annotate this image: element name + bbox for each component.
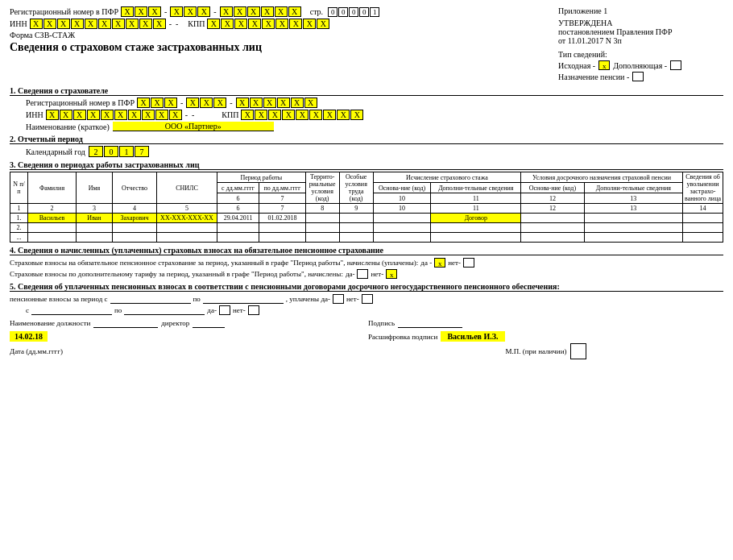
section4-title: 4. Сведения о начисленных (уплаченных) с… [10,246,723,255]
pril-label: Приложение 1 [558,6,723,15]
section3-table: N п/п Фамилия Имя Отчество СНИЛС Период … [10,172,723,243]
s4-net-checkbox[interactable] [463,258,474,268]
row3-isch-dop [431,233,521,243]
s5-period-po-input[interactable] [203,294,284,304]
s4-net-label: нет- [448,259,461,267]
table-row: 1. Васильев Иван Захарович ХХ-ХХХ-ХХХ-ХХ… [10,214,723,223]
row2-isch-dop [431,223,521,233]
row3-period-po [259,233,306,243]
s5-net-checkbox[interactable] [362,294,373,304]
s5-row1-upl: , уплачены да- [286,295,330,303]
s4-row2-text: Страховые взносы по дополнительному тари… [10,270,343,278]
col-num-13: 13 [584,193,682,204]
stg-label: стр. [310,7,323,16]
row3-im [77,233,113,243]
dopoln-label: Дополняющая - [613,61,667,70]
row1-sv [683,214,723,223]
section5-title: 5. Сведения об уплаченных пенсионных взн… [10,282,723,292]
row3-otch [113,233,157,243]
s5-row2-net: нет- [233,306,246,314]
th-uslov: Особые условия труда (код) [339,172,373,204]
utv2: постановлением Правления ПФР [558,27,723,36]
s5-row2-net-checkbox[interactable] [248,305,259,315]
section2-title: 2. Отчетный период [10,135,723,144]
col-num-11: 11 [431,193,521,204]
mp-label: М.П. (при наличии) [506,347,567,355]
naim-dolzh-input[interactable] [93,318,158,328]
row2-snils [157,223,217,233]
row2-usl-osnov [521,223,585,233]
section3-title: 3. Сведения о периодах работы застрахова… [10,160,723,170]
row2-fam [28,223,77,233]
row1-usl-dop [584,214,682,223]
row2-im [77,223,113,233]
col-num-8: 8 [305,204,339,214]
col-num-6b: 6 [217,204,259,214]
s4-da2-label: да- [346,270,355,278]
reg-x: X [135,6,147,17]
s4-net2-checkbox[interactable]: x [386,269,397,279]
reg-group2: X X X [170,6,210,17]
col-num-10: 10 [373,193,431,204]
naznach-label: Назначение пенсии - [558,73,629,81]
reg-x: X [121,6,134,17]
th-otch: Отчество [113,172,157,204]
s1-reg-label: Регистрационный номер в ПФР [26,98,135,107]
s5-period-s-input[interactable] [110,294,191,304]
th-fam: Фамилия [28,172,77,204]
dopoln-checkbox[interactable] [670,60,681,70]
th-terr: Террито-риальные условия (код) [305,172,339,204]
rassh-label: Расшифровка подписи [368,333,437,341]
row1-usl-osnov [521,214,585,223]
kal-label: Календарный год [26,147,85,156]
s1-inn-group: X X X X X X X X X X [46,110,182,120]
col-num-12b: 12 [521,204,585,214]
row2-period-po [259,223,306,233]
s5-row2-da-checkbox[interactable] [219,305,230,315]
row3-terr [305,233,339,243]
row3-sv [683,233,723,243]
stg-group: 0 0 0 0 1 [328,7,379,17]
row1-period-s: 29.04.2011 [217,214,259,223]
s4-da2-checkbox[interactable] [357,269,368,279]
row3-n: ... [10,233,28,243]
naim-dolzh-after[interactable] [193,318,225,328]
isxodnaya-checkbox[interactable]: x [598,60,610,70]
s1-kpp-group: X X X X X X X X X [241,110,363,120]
s5-row2-po-input[interactable] [124,305,205,315]
row1-isch-osnov [373,214,431,223]
s1-reg-group3: X X X X X X [236,97,317,108]
s5-row2-s-input[interactable] [31,305,112,315]
s4-da-checkbox[interactable]: x [434,258,445,268]
row1-terr [305,214,339,223]
th-period-s: с дд.мм.гггг [217,183,259,193]
s5-row1-po: по [193,295,201,303]
row2-usl-dop [584,223,682,233]
s1-reg-group1: X X X [137,97,177,108]
th-isch-osnov: Основа-ние (код) [373,183,431,193]
col-num-5: 5 [157,204,217,214]
naznach-checkbox[interactable] [632,72,644,81]
naim-dolzh-value: директор [161,319,189,327]
reg-label: Регистрационный номер в ПФР [10,7,118,16]
col-num-4: 4 [113,204,157,214]
s4-net2-label: нет- [371,270,383,278]
reg-x: X [148,6,161,17]
year-boxes: 2 0 1 7 [89,146,149,157]
row2-uslov [339,223,373,233]
s5-row2-po: по [114,306,122,314]
table-row: 2. [10,223,723,233]
col-num-14: 14 [683,204,723,214]
th-sv: Сведения об увольнении застрахо-ванного … [683,172,723,204]
row1-n: 1. [10,214,28,223]
section1-title: 1. Сведения о страхователе [10,86,723,96]
date-value: 14.02.18 [10,331,48,342]
s5-da-checkbox[interactable] [333,294,344,304]
row3-period-s [217,233,259,243]
row1-period-po: 01.02.2018 [259,214,306,223]
s1-reg-group2: X X X [186,97,226,108]
page-title: Сведения о страховом стаже застрахованны… [10,41,558,54]
podpis-input[interactable] [398,318,462,328]
s5-row2-da: да- [207,306,217,314]
row2-period-s [217,223,259,233]
